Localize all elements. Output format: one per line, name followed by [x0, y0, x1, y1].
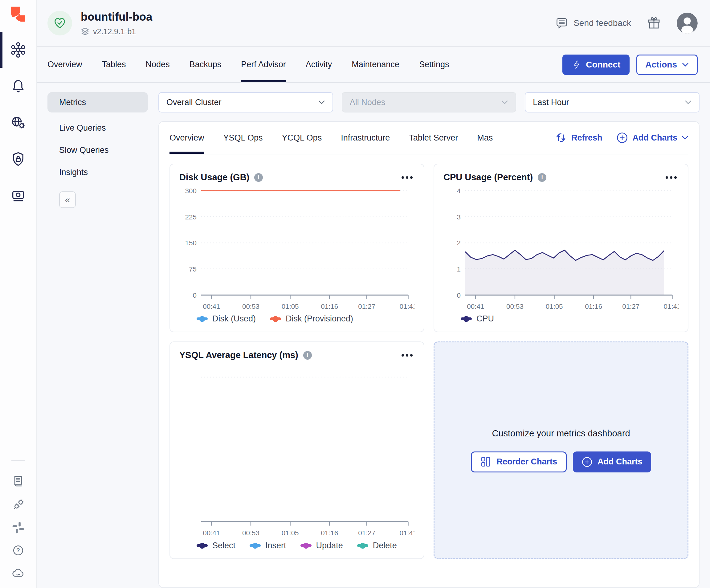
refresh-button[interactable]: Refresh [555, 132, 602, 144]
gift-icon[interactable] [646, 16, 661, 30]
cluster-scope-select[interactable]: Overall Cluster [158, 92, 333, 113]
metrics-tab-tablet-server[interactable]: Tablet Server [409, 122, 458, 154]
tab-settings[interactable]: Settings [419, 47, 449, 82]
svg-text:75: 75 [189, 265, 197, 273]
svg-text:00:41: 00:41 [467, 303, 484, 310]
perf-subnav: Metrics Live Queries Slow Queries Insigh… [47, 92, 148, 588]
sidebar-item-live-queries[interactable]: Live Queries [47, 117, 148, 139]
rail-nav [0, 41, 37, 205]
tab-activity[interactable]: Activity [306, 47, 332, 82]
add-charts-button[interactable]: Add Charts [573, 451, 651, 472]
integrations-plug-icon[interactable] [11, 498, 25, 512]
rail-item-network[interactable] [0, 113, 37, 132]
metrics-tabbar: Overview YSQL Ops YCQL Ops Infrastructur… [169, 122, 688, 155]
cpu-usage-chart-canvas: 0123400:4100:5301:0501:1601:2701:41 [444, 186, 679, 311]
metrics-tab-infrastructure[interactable]: Infrastructure [341, 122, 390, 154]
chart-legend: Disk (Used)Disk (Provisioned) [197, 314, 415, 324]
header-right: Send feedback [555, 13, 698, 33]
chart-menu-button[interactable] [664, 174, 679, 181]
svg-text:0: 0 [457, 291, 460, 299]
reorder-charts-button[interactable]: Reorder Charts [471, 451, 567, 472]
tab-nodes[interactable]: Nodes [146, 47, 170, 82]
metrics-tab-ycql-ops[interactable]: YCQL Ops [282, 122, 322, 154]
svg-text:01:05: 01:05 [546, 303, 563, 310]
metrics-panel-column: Overall Cluster All Nodes Last Hour [158, 92, 700, 588]
nodes-select: All Nodes [342, 92, 517, 113]
legend-item: Insert [250, 541, 286, 550]
health-status-badge [47, 11, 72, 36]
svg-text:01:16: 01:16 [321, 530, 338, 537]
svg-text:01:41: 01:41 [400, 530, 415, 537]
metrics-tab-ysql-ops[interactable]: YSQL Ops [223, 122, 263, 154]
slack-icon[interactable] [11, 521, 25, 534]
rail-item-alerts[interactable] [0, 77, 37, 96]
connect-button[interactable]: Connect [562, 54, 630, 75]
svg-text:01:16: 01:16 [321, 303, 338, 310]
svg-text:01:05: 01:05 [282, 303, 299, 310]
svg-text:01:16: 01:16 [585, 303, 602, 310]
tab-maintenance[interactable]: Maintenance [352, 47, 399, 82]
send-feedback-label: Send feedback [573, 18, 631, 28]
rail-item-billing[interactable] [0, 186, 37, 205]
svg-text:00:53: 00:53 [242, 530, 259, 537]
tab-backups[interactable]: Backups [190, 47, 221, 82]
legend-item: Disk (Provisioned) [270, 314, 353, 324]
sidebar-collapse-button[interactable]: « [59, 191, 76, 208]
sidebar-item-metrics[interactable]: Metrics [47, 92, 148, 113]
rail-bottom-nav: ? [11, 461, 25, 580]
cluster-header: bountiful-boa v2.12.9.1-b1 [37, 0, 710, 46]
sidebar-item-slow-queries[interactable]: Slow Queries [47, 139, 148, 161]
svg-text:01:41: 01:41 [400, 303, 415, 310]
legend-item: Delete [357, 541, 397, 550]
cloud-status-icon[interactable] [11, 566, 25, 580]
chart-card-cpu-usage: CPU Usage (Percent) 0123400:4100:5301:05… [433, 164, 688, 332]
rail-item-clusters[interactable] [0, 41, 37, 59]
svg-text:01:27: 01:27 [622, 303, 639, 310]
metrics-tab-overview[interactable]: Overview [169, 122, 204, 154]
customize-dashboard-panel: Customize your metrics dashboard [433, 342, 688, 559]
docs-book-icon[interactable] [11, 475, 25, 489]
help-question-icon[interactable]: ? [11, 544, 25, 557]
actions-button[interactable]: Actions [636, 54, 698, 75]
yugabyte-logo[interactable] [8, 4, 28, 24]
legend-marker-icon [197, 544, 208, 547]
disk-usage-chart-canvas: 07515022530000:4100:5301:0501:1601:2701:… [179, 186, 415, 311]
page-title: bountiful-boa [81, 10, 152, 23]
svg-text:01:41: 01:41 [664, 303, 679, 310]
rail-item-security[interactable] [0, 150, 37, 168]
chart-menu-button[interactable] [400, 174, 415, 181]
version-label: v2.12.9.1-b1 [93, 27, 136, 36]
icon-rail: ? [0, 0, 37, 588]
svg-text:225: 225 [185, 213, 197, 221]
tab-overview[interactable]: Overview [47, 47, 82, 82]
legend-marker-icon [301, 544, 311, 547]
tab-tables[interactable]: Tables [102, 47, 126, 82]
time-range-select[interactable]: Last Hour [525, 92, 700, 113]
main-area: bountiful-boa v2.12.9.1-b1 [37, 0, 710, 588]
info-icon [538, 173, 546, 182]
svg-text:300: 300 [185, 187, 197, 195]
chart-menu-button[interactable] [400, 352, 415, 358]
chevron-down-icon [501, 100, 508, 104]
add-charts-dropdown-button[interactable]: Add Charts [616, 132, 688, 144]
chart-card-ysql-latency: YSQL Average Latency (ms) 00:4100:5301:0… [169, 342, 424, 559]
app-root: ? bountif [0, 0, 710, 588]
charts-grid: Disk Usage (GB) 07515022530000:4100:5301… [169, 155, 688, 562]
svg-text:1: 1 [457, 265, 460, 273]
plus-circle-icon [582, 456, 593, 468]
metrics-tab-master-truncated[interactable]: Mas [477, 122, 493, 154]
billing-money-icon [10, 187, 26, 204]
svg-text:01:05: 01:05 [282, 530, 299, 537]
cluster-tabbar: Overview Tables Nodes Backups Perf Advis… [37, 46, 710, 83]
avatar[interactable] [677, 13, 698, 33]
customize-title: Customize your metrics dashboard [492, 428, 630, 439]
chart-title: CPU Usage (Percent) [444, 172, 533, 183]
security-shield-lock-icon [10, 151, 26, 167]
tab-perf-advisor[interactable]: Perf Advisor [241, 47, 286, 82]
sidebar-item-insights[interactable]: Insights [47, 161, 148, 183]
legend-marker-icon [197, 317, 208, 320]
legend-item: CPU [461, 314, 494, 324]
send-feedback-button[interactable]: Send feedback [555, 16, 631, 30]
layers-version-icon [81, 27, 89, 36]
svg-text:150: 150 [185, 239, 197, 247]
